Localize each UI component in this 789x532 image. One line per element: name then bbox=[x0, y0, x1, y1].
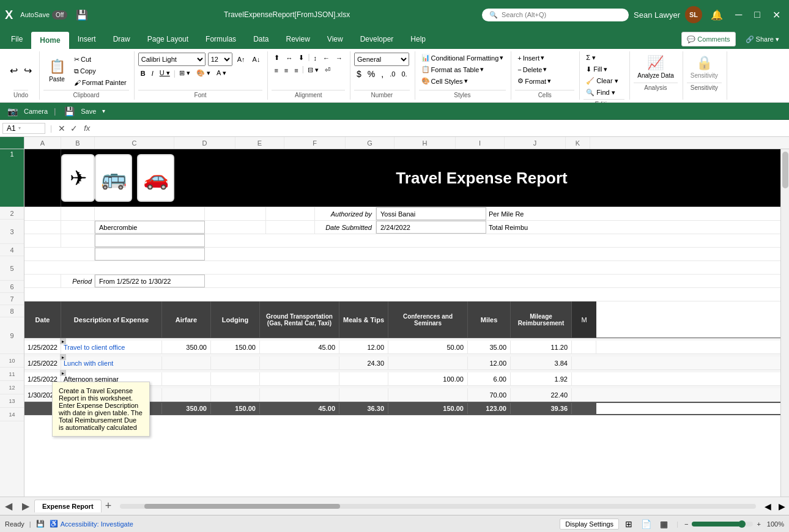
number-format-select[interactable]: General bbox=[354, 53, 409, 66]
text-direction-button[interactable]: ↕ bbox=[311, 53, 320, 63]
r13-miles[interactable]: 70.00 bbox=[468, 388, 511, 401]
authorized-value[interactable]: Yossi Banai bbox=[376, 207, 486, 220]
r11-date[interactable]: 1/25/2022 bbox=[24, 357, 61, 369]
r11-meals[interactable]: 24.30 bbox=[339, 357, 388, 369]
vertical-scrollbar[interactable] bbox=[780, 149, 789, 497]
redo-button[interactable]: ↪ bbox=[21, 64, 34, 78]
h-scroll-track[interactable] bbox=[120, 504, 756, 509]
tab-home[interactable]: Home bbox=[31, 32, 69, 49]
sheet-tab-expense-report[interactable]: Expense Report bbox=[34, 500, 102, 512]
accessibility-button[interactable]: ♿ Accessibility: Investigate bbox=[50, 520, 133, 528]
close-button[interactable]: ✕ bbox=[769, 7, 784, 23]
currency-button[interactable]: $ bbox=[354, 68, 364, 80]
r10-meals[interactable]: 12.00 bbox=[339, 341, 388, 353]
copy-button[interactable]: ⧉ Copy bbox=[72, 66, 129, 76]
conditional-formatting-button[interactable]: 📊 Conditional Formatting ▾ bbox=[419, 53, 506, 63]
zoom-slider[interactable] bbox=[692, 522, 753, 526]
clear-button[interactable]: 🧹 Clear ▾ bbox=[583, 76, 624, 86]
zoom-handle[interactable] bbox=[738, 520, 746, 528]
tab-help[interactable]: Help bbox=[402, 29, 434, 49]
r11-mileage[interactable]: 3.84 bbox=[511, 357, 572, 369]
comments-button[interactable]: 💬 Comments bbox=[681, 32, 735, 46]
align-left-button[interactable]: ≡ bbox=[272, 65, 280, 75]
date-submitted-value[interactable]: 2/24/2022 bbox=[376, 221, 486, 234]
h-scroll-right-button[interactable]: ▶ bbox=[775, 500, 789, 512]
font-color-button[interactable]: A ▾ bbox=[214, 68, 229, 78]
fill-button[interactable]: ⬇ Fill ▾ bbox=[583, 64, 624, 75]
share-button[interactable]: 🔗 Share ▾ bbox=[738, 32, 787, 46]
find-select-button[interactable]: 🔍 Find ▾ bbox=[583, 87, 624, 98]
undo-button[interactable]: ↩ bbox=[7, 64, 20, 78]
employee-name-cell[interactable] bbox=[95, 207, 205, 220]
expand-icon-row9[interactable]: ▸ bbox=[60, 338, 66, 344]
align-right-button[interactable]: ≡ bbox=[292, 65, 300, 75]
tab-data[interactable]: Data bbox=[245, 29, 277, 49]
format-painter-button[interactable]: 🖌 Format Painter bbox=[72, 78, 129, 87]
r10-conferences[interactable]: 50.00 bbox=[388, 341, 468, 353]
quick-dropdown-button[interactable]: ▾ bbox=[100, 106, 108, 116]
add-sheet-button[interactable]: + bbox=[102, 498, 116, 514]
formula-confirm-icon[interactable]: ✓ bbox=[69, 124, 79, 133]
r10-airfare[interactable]: 350.00 bbox=[162, 341, 211, 353]
camera-button[interactable]: 📷 bbox=[5, 105, 20, 117]
period-value[interactable]: From 1/25/22 to 1/30/22 bbox=[95, 275, 205, 287]
share-icon-button[interactable]: 🔔 bbox=[707, 7, 727, 23]
decrease-decimal-button[interactable]: 0. bbox=[399, 69, 409, 79]
r5-c[interactable] bbox=[95, 248, 205, 260]
align-bottom-button[interactable]: ⬇ bbox=[296, 53, 306, 63]
sensitivity-button[interactable]: 🔒 Sensitivity bbox=[687, 53, 722, 81]
r10-mileage[interactable]: 11.20 bbox=[511, 341, 572, 353]
cut-button[interactable]: ✂ Cut bbox=[72, 54, 129, 65]
autosum-button[interactable]: Σ ▾ bbox=[583, 53, 624, 63]
percent-button[interactable]: % bbox=[365, 68, 377, 80]
align-center-button[interactable]: ≡ bbox=[282, 65, 291, 75]
r11-desc[interactable]: Lunch with client bbox=[61, 357, 162, 369]
wrap-text-button[interactable]: ⏎ bbox=[322, 65, 333, 75]
borders-button[interactable]: ⊞ ▾ bbox=[177, 68, 193, 78]
h-scroll-thumb[interactable] bbox=[144, 504, 340, 509]
r10-miles[interactable]: 35.00 bbox=[468, 341, 511, 353]
tab-formulas[interactable]: Formulas bbox=[197, 29, 245, 49]
r10-date[interactable]: 1/25/2022 bbox=[24, 341, 61, 353]
r12-conferences[interactable]: 100.00 bbox=[388, 372, 468, 385]
decrease-font-button[interactable]: A↓ bbox=[250, 54, 263, 64]
r10-lodging[interactable]: 150.00 bbox=[211, 341, 260, 353]
formula-cancel-icon[interactable]: ✕ bbox=[57, 124, 67, 133]
paste-button[interactable]: 📋 Paste bbox=[43, 56, 70, 85]
expand-icon-row11[interactable]: ▸ bbox=[60, 370, 66, 376]
horizontal-scroll-area[interactable] bbox=[115, 504, 761, 509]
h-scroll-left-button[interactable]: ◀ bbox=[761, 500, 775, 512]
r4-c[interactable] bbox=[95, 234, 205, 247]
autosave-toggle[interactable]: Off bbox=[52, 10, 67, 20]
comma-button[interactable]: , bbox=[379, 68, 386, 80]
tab-developer[interactable]: Developer bbox=[352, 29, 402, 49]
r12-miles[interactable]: 6.00 bbox=[468, 372, 511, 385]
r13-mileage[interactable]: 22.40 bbox=[511, 388, 572, 401]
indent-increase-button[interactable]: → bbox=[333, 53, 345, 63]
page-break-view-button[interactable]: ▦ bbox=[658, 518, 670, 530]
bold-button[interactable]: B bbox=[138, 68, 148, 78]
scrollbar-thumb[interactable] bbox=[782, 152, 788, 188]
increase-font-button[interactable]: A↑ bbox=[235, 54, 248, 64]
format-button[interactable]: ⚙ Format ▾ bbox=[515, 76, 574, 86]
scroll-left-tab-button[interactable]: ◀ bbox=[0, 499, 17, 513]
user-avatar[interactable]: SL bbox=[685, 6, 702, 23]
r11-miles[interactable]: 12.00 bbox=[468, 357, 511, 369]
analyze-data-button[interactable]: 📈 Analyze Data bbox=[634, 53, 677, 81]
increase-decimal-button[interactable]: .0 bbox=[387, 69, 398, 79]
display-settings-button[interactable]: Display Settings bbox=[560, 519, 619, 530]
fill-color-button[interactable]: 🎨 ▾ bbox=[194, 68, 213, 78]
format-as-table-button[interactable]: 📋 Format as Table ▾ bbox=[419, 64, 506, 75]
save-disk-button[interactable]: 💾 bbox=[72, 7, 92, 23]
scroll-right-tab-button[interactable]: ▶ bbox=[17, 499, 34, 513]
r10-desc[interactable]: Travel to client office bbox=[61, 341, 162, 353]
tab-draw[interactable]: Draw bbox=[105, 29, 139, 49]
r10-ground[interactable]: 45.00 bbox=[260, 341, 339, 353]
tab-view[interactable]: View bbox=[319, 29, 352, 49]
align-top-button[interactable]: ⬆ bbox=[272, 53, 282, 63]
employee-value[interactable]: Abercrombie bbox=[95, 221, 205, 234]
minimize-button[interactable]: ─ bbox=[732, 7, 746, 23]
r12-mileage[interactable]: 1.92 bbox=[511, 372, 572, 385]
font-size-select[interactable]: 12 bbox=[208, 53, 232, 66]
search-box[interactable]: 🔍 Search (Alt+Q) bbox=[482, 9, 629, 21]
